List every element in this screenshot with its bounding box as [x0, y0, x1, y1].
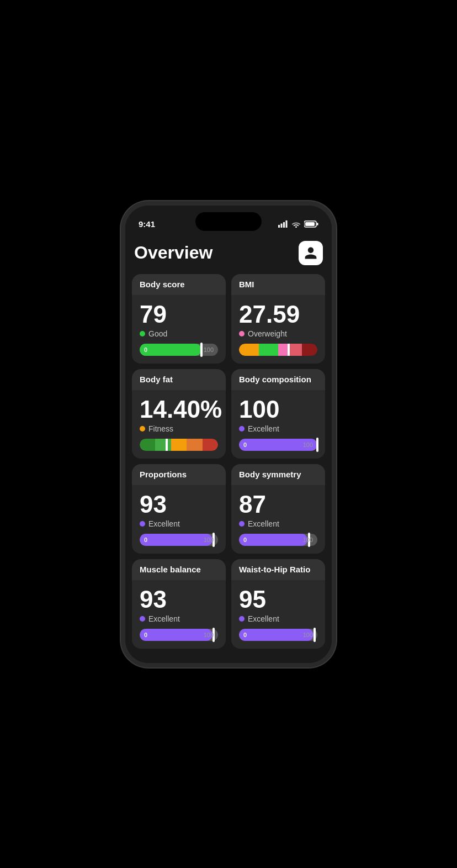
proportions-header: Proportions [132, 464, 226, 485]
bmi-bar [239, 344, 317, 356]
body-score-body: 79 Good 0 100 [132, 295, 226, 364]
body-score-dot [140, 331, 145, 336]
waist-hip-card[interactable]: Waist-to-Hip Ratio 95 Excellent [231, 559, 325, 649]
body-symmetry-dot [239, 521, 245, 527]
bmi-header: BMI [231, 274, 325, 295]
body-score-label: Body score [140, 280, 185, 289]
body-composition-label: Body composition [239, 375, 311, 384]
muscle-balance-bar: 0 100 [140, 629, 218, 641]
cards-grid: Body score 79 Good [132, 274, 325, 649]
body-composition-dot [239, 426, 245, 432]
body-composition-thumb [316, 438, 318, 452]
body-symmetry-status: Excellent [239, 519, 317, 528]
body-fat-body: 14.40% Fitness [132, 390, 226, 459]
body-score-value: 79 [140, 302, 218, 327]
body-symmetry-value: 87 [239, 492, 317, 517]
svg-rect-6 [317, 223, 318, 225]
body-fat-dot [140, 426, 145, 432]
bmi-body: 27.59 Overweight [231, 295, 325, 364]
waist-hip-bar-max: 100 [303, 632, 313, 638]
muscle-balance-bar-max: 100 [204, 632, 214, 638]
body-fat-thumb [166, 439, 168, 451]
svg-rect-5 [305, 222, 315, 226]
header: Overview [132, 235, 325, 274]
body-composition-header: Body composition [231, 369, 325, 390]
bmi-thumb [288, 344, 290, 356]
phone-shell: 9:41 [121, 201, 336, 667]
muscle-balance-dot [140, 616, 145, 622]
waist-hip-bar: 0 100 [239, 629, 317, 641]
waist-hip-label: Waist-to-Hip Ratio [239, 565, 310, 574]
body-composition-bar-max: 100 [303, 441, 313, 448]
body-fat-label: Body fat [140, 375, 173, 384]
proportions-bar-min: 0 [144, 536, 147, 543]
muscle-balance-status: Excellent [140, 614, 218, 623]
body-fat-value: 14.40% [140, 397, 218, 422]
proportions-value: 93 [140, 492, 218, 517]
muscle-balance-header: Muscle balance [132, 559, 226, 580]
body-fat-bar [140, 439, 218, 451]
waist-hip-bar-min: 0 [243, 632, 247, 638]
bmi-card[interactable]: BMI 27.59 Overweight [231, 274, 325, 364]
bmi-value: 27.59 [239, 302, 317, 327]
body-composition-bar: 0 100 [239, 439, 317, 451]
body-symmetry-card[interactable]: Body symmetry 87 Excellent [231, 464, 325, 554]
muscle-balance-label: Muscle balance [140, 565, 201, 574]
proportions-bar-max: 100 [204, 536, 214, 543]
body-score-bar-wrapper: 0 100 [140, 344, 218, 356]
proportions-body: 93 Excellent 0 100 [132, 485, 226, 554]
body-symmetry-bar: 0 100 [239, 534, 317, 546]
proportions-card[interactable]: Proportions 93 Excellent [132, 464, 226, 554]
proportions-bar: 0 100 [140, 534, 218, 546]
waist-hip-dot [239, 616, 245, 622]
proportions-dot [140, 521, 145, 527]
waist-hip-header: Waist-to-Hip Ratio [231, 559, 325, 580]
svg-rect-2 [283, 222, 285, 228]
body-symmetry-header: Body symmetry [231, 464, 325, 485]
dynamic-island [195, 212, 262, 231]
waist-hip-body: 95 Excellent 0 100 [231, 580, 325, 649]
person-icon [304, 246, 318, 260]
status-time: 9:41 [139, 219, 155, 229]
body-composition-card[interactable]: Body composition 100 Excellent [231, 369, 325, 459]
profile-button[interactable] [299, 241, 323, 265]
signal-icon [278, 220, 288, 228]
body-score-status: Good [140, 329, 218, 338]
body-score-status-text: Good [148, 329, 167, 338]
muscle-balance-bar-min: 0 [144, 632, 147, 638]
bmi-dot [239, 331, 245, 336]
muscle-balance-value: 93 [140, 587, 218, 612]
bmi-label: BMI [239, 280, 254, 289]
body-composition-status-text: Excellent [248, 424, 279, 433]
page-title: Overview [134, 243, 212, 263]
svg-rect-3 [286, 220, 288, 228]
body-composition-status: Excellent [239, 424, 317, 433]
body-composition-value: 100 [239, 397, 317, 422]
status-icons [278, 220, 318, 228]
proportions-status-text: Excellent [148, 519, 180, 528]
waist-hip-value: 95 [239, 587, 317, 612]
waist-hip-thumb [313, 628, 316, 642]
body-symmetry-status-text: Excellent [248, 519, 279, 528]
body-fat-status: Fitness [140, 424, 218, 433]
body-fat-header: Body fat [132, 369, 226, 390]
body-symmetry-body: 87 Excellent 0 100 [231, 485, 325, 554]
muscle-balance-body: 93 Excellent 0 100 [132, 580, 226, 649]
body-score-card[interactable]: Body score 79 Good [132, 274, 226, 364]
proportions-label: Proportions [140, 470, 187, 479]
body-composition-body: 100 Excellent 0 100 [231, 390, 325, 459]
svg-rect-1 [281, 224, 283, 228]
body-symmetry-bar-max: 100 [303, 536, 313, 543]
wifi-icon [291, 220, 301, 228]
svg-rect-0 [278, 225, 280, 228]
proportions-status: Excellent [140, 519, 218, 528]
screen-content[interactable]: 9:41 [125, 206, 332, 663]
body-fat-card[interactable]: Body fat 14.40% Fitness [132, 369, 226, 459]
body-score-header: Body score [132, 274, 226, 295]
muscle-balance-card[interactable]: Muscle balance 93 Excellent [132, 559, 226, 649]
body-symmetry-label: Body symmetry [239, 470, 301, 479]
waist-hip-status: Excellent [239, 614, 317, 623]
body-composition-bar-min: 0 [243, 441, 247, 448]
bmi-status: Overweight [239, 329, 317, 338]
body-symmetry-bar-min: 0 [243, 536, 247, 543]
